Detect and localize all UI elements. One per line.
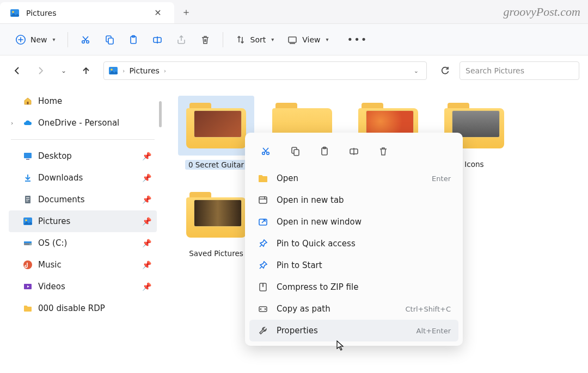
delete-button[interactable]: [194, 30, 216, 49]
navigation-row: ⌄ › Pictures › ⌄ Search Pictures: [0, 55, 588, 86]
pin-icon[interactable]: 📌: [142, 217, 151, 226]
new-button[interactable]: New ▾: [10, 30, 61, 49]
ctx-label: Open in new tab: [277, 195, 344, 205]
ctx-delete-button[interactable]: [370, 140, 396, 162]
chevron-right-icon[interactable]: ›: [11, 120, 13, 127]
pin-icon[interactable]: 📌: [142, 152, 151, 160]
trash-icon: [200, 34, 211, 45]
ctx-label: Compress to ZIP file: [277, 282, 358, 292]
pin-icon[interactable]: 📌: [142, 195, 151, 204]
ctx-label: Open: [277, 173, 298, 183]
breadcrumb-segment[interactable]: Pictures: [129, 66, 159, 75]
ctx-open-new-window[interactable]: Open in new window: [249, 211, 458, 233]
svg-rect-18: [26, 199, 29, 200]
pin-icon[interactable]: 📌: [142, 282, 151, 291]
search-input[interactable]: Search Pictures: [460, 61, 579, 80]
share-button[interactable]: [170, 30, 192, 49]
video-icon: [23, 282, 33, 291]
sidebar-item-label: Desktop: [38, 151, 72, 161]
sidebar-item-label: OneDrive - Personal: [38, 118, 119, 128]
svg-rect-15: [26, 159, 29, 160]
chevron-right-icon[interactable]: ›: [164, 67, 166, 74]
sidebar-item-desktop[interactable]: Desktop 📌: [9, 145, 157, 167]
sidebar-item-label: OS (C:): [38, 238, 67, 248]
ctx-label: Properties: [277, 326, 318, 335]
back-button[interactable]: [9, 62, 26, 79]
paste-button[interactable]: [122, 30, 144, 49]
recent-button[interactable]: ⌄: [54, 62, 72, 79]
sidebar-item-label: Music: [38, 260, 62, 270]
chevron-down-icon: ⌄: [61, 67, 66, 74]
new-window-icon: [257, 216, 269, 228]
folder-item[interactable]: 0 Secret Guitar: [178, 96, 254, 170]
ctx-paste-button[interactable]: [311, 140, 338, 162]
sidebar-item-os-c[interactable]: OS (C:) 📌: [9, 232, 157, 254]
sidebar-item-home[interactable]: Home: [9, 90, 157, 112]
svg-rect-30: [294, 150, 299, 156]
svg-rect-14: [24, 153, 32, 158]
item-label: Saved Pictures: [189, 249, 243, 258]
ctx-compress-zip[interactable]: Compress to ZIP file: [249, 276, 458, 298]
view-icon: [287, 34, 298, 45]
pin-icon[interactable]: 📌: [142, 239, 151, 247]
folder-item[interactable]: Saved Pictures: [178, 185, 254, 258]
svg-rect-17: [26, 197, 29, 198]
pictures-icon: [108, 66, 118, 76]
home-icon: [23, 96, 33, 106]
chevron-right-icon[interactable]: ›: [122, 67, 125, 74]
ctx-copy-path[interactable]: Copy as path Ctrl+Shift+C: [249, 298, 458, 320]
ctx-rename-button[interactable]: [341, 140, 367, 162]
rename-button[interactable]: [146, 30, 168, 49]
ctx-hint: Ctrl+Shift+C: [405, 305, 451, 313]
sidebar-item-folder[interactable]: 000 disable RDP: [9, 297, 157, 319]
cloud-icon: [23, 118, 33, 128]
item-label: Icons: [464, 160, 483, 169]
new-tab-icon: [257, 194, 269, 206]
refresh-button[interactable]: [436, 61, 454, 80]
ctx-open-new-tab[interactable]: Open in new tab: [249, 189, 458, 211]
more-button[interactable]: •••: [342, 30, 373, 49]
forward-button[interactable]: [32, 62, 49, 79]
ctx-label: Open in new window: [277, 217, 362, 227]
up-button[interactable]: [77, 62, 95, 79]
music-icon: [23, 260, 33, 270]
ctx-copy-button[interactable]: [282, 140, 308, 162]
sidebar-item-label: Home: [38, 96, 62, 106]
chevron-down-icon: ▾: [326, 36, 329, 42]
svg-rect-19: [26, 201, 28, 201]
folder-icon: [257, 172, 269, 184]
tab-close-button[interactable]: ✕: [151, 8, 164, 18]
ctx-open[interactable]: Open Enter: [249, 167, 458, 189]
address-bar[interactable]: › Pictures › ⌄: [103, 61, 427, 80]
sidebar-item-documents[interactable]: Documents 📌: [9, 189, 157, 210]
new-tab-button[interactable]: ＋: [174, 0, 198, 23]
pin-icon[interactable]: 📌: [142, 173, 151, 182]
sidebar-item-downloads[interactable]: Downloads 📌: [9, 167, 157, 189]
sidebar-item-music[interactable]: Music 📌: [9, 254, 157, 276]
sidebar-item-pictures[interactable]: Pictures 📌: [9, 210, 157, 232]
watermark: groovyPost.com: [495, 0, 588, 23]
zip-icon: [257, 281, 269, 293]
ctx-properties[interactable]: Properties Alt+Enter: [249, 320, 458, 341]
ctx-pin-quick-access[interactable]: Pin to Quick access: [249, 233, 458, 254]
copy-button[interactable]: [99, 30, 120, 49]
ctx-cut-button[interactable]: [253, 140, 279, 162]
sort-button[interactable]: Sort ▾: [230, 30, 280, 49]
sidebar-item-onedrive[interactable]: › OneDrive - Personal: [9, 112, 157, 134]
sidebar-item-label: Documents: [38, 195, 85, 204]
sidebar-item-videos[interactable]: Videos 📌: [9, 276, 157, 297]
cut-button[interactable]: [75, 30, 96, 49]
plus-circle-icon: [15, 34, 26, 45]
ctx-hint: Enter: [432, 175, 451, 183]
clipboard-icon: [128, 34, 139, 45]
ctx-pin-start[interactable]: Pin to Start: [249, 254, 458, 276]
pin-icon[interactable]: 📌: [142, 260, 151, 269]
toolbar: New ▾ Sort ▾ View ▾ •••: [0, 24, 588, 55]
view-button[interactable]: View ▾: [281, 30, 334, 49]
download-icon: [23, 173, 33, 183]
svg-rect-34: [259, 197, 267, 203]
window-tab[interactable]: Pictures ✕: [0, 2, 174, 23]
svg-rect-13: [27, 102, 29, 104]
address-drop[interactable]: ⌄: [411, 67, 422, 74]
pin-icon: [257, 259, 269, 271]
